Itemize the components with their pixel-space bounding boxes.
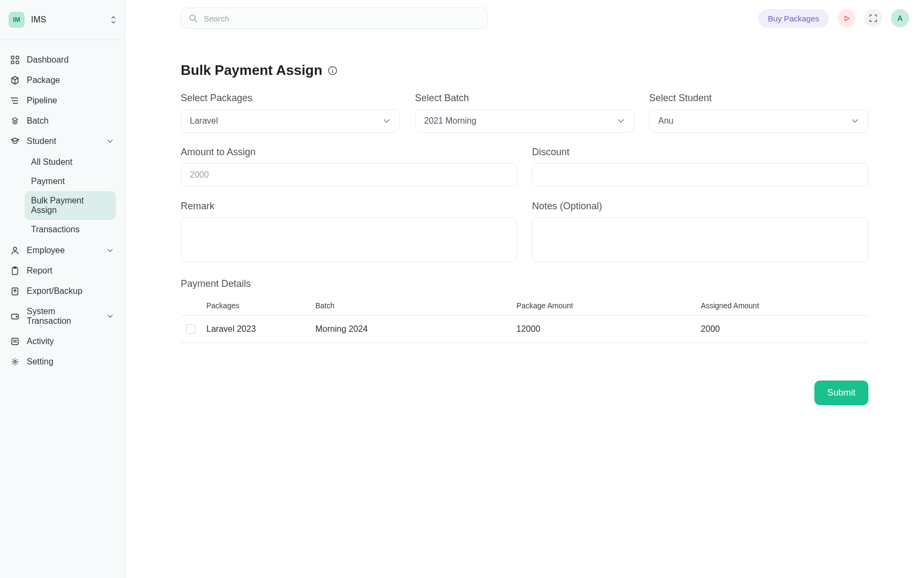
page-title-text: Bulk Payment Assign	[181, 62, 322, 79]
gear-icon	[11, 358, 19, 366]
svg-rect-3	[16, 61, 19, 64]
main: Buy Packages A Bulk Payment Assign	[125, 0, 924, 578]
notes-field[interactable]	[532, 217, 868, 262]
select-batch[interactable]: 2021 Morning	[415, 109, 634, 133]
student-icon	[11, 137, 19, 146]
sidebar-item-report[interactable]: Report	[5, 261, 119, 281]
sidebar-item-student[interactable]: Student	[5, 131, 119, 151]
label-select-batch: Select Batch	[415, 93, 634, 104]
svg-point-10	[13, 247, 17, 250]
search-icon	[189, 14, 197, 22]
info-icon[interactable]	[328, 66, 337, 75]
topbar: Buy Packages A	[125, 0, 924, 36]
cell-packages: Laravel 2023	[206, 324, 315, 334]
sidebar-item-label: System Transaction	[27, 307, 99, 326]
sidebar-item-package[interactable]: Package	[5, 70, 119, 90]
sidebar-item-employee[interactable]: Employee	[5, 240, 119, 261]
sidebar-item-label: Setting	[27, 357, 53, 367]
org-switcher[interactable]: IM IMS	[0, 0, 125, 40]
sidebar-item-label: Student	[27, 136, 56, 146]
chevron-down-icon	[106, 313, 114, 320]
col-packages: Packages	[206, 301, 315, 310]
select-packages-value: Laravel	[190, 116, 218, 126]
amount-to-assign-input[interactable]	[181, 164, 517, 186]
select-batch-value: 2021 Morning	[424, 116, 476, 126]
search-input[interactable]	[203, 13, 480, 24]
svg-point-15	[16, 316, 17, 317]
label-select-student: Select Student	[649, 93, 868, 104]
remark-input[interactable]	[181, 218, 517, 262]
sidebar: IM IMS Dashboard Package	[0, 0, 125, 578]
chevron-down-icon	[851, 117, 859, 125]
svg-point-19	[14, 361, 16, 363]
payment-details-heading: Payment Details	[181, 278, 868, 290]
table-row: Laravel 2023 Morning 2024 12000 2000	[181, 316, 868, 343]
row-checkbox[interactable]	[186, 324, 196, 334]
remark-field[interactable]	[181, 217, 517, 262]
cell-batch: Morning 2024	[315, 324, 517, 334]
label-discount: Discount	[532, 147, 868, 158]
col-batch: Batch	[315, 301, 517, 310]
select-packages[interactable]: Laravel	[181, 109, 400, 133]
svg-point-8	[12, 101, 13, 101]
sidebar-item-dashboard[interactable]: Dashboard	[5, 50, 119, 70]
subnav-bulk-payment-assign[interactable]: Bulk Payment Assign	[25, 191, 116, 220]
cell-assigned-amount: 2000	[701, 324, 868, 334]
sidebar-item-export-backup[interactable]: Export/Backup	[5, 281, 119, 301]
notes-input[interactable]	[533, 218, 868, 262]
sidebar-item-label: Report	[27, 266, 52, 276]
discount-field[interactable]	[532, 163, 868, 187]
org-logo: IM	[9, 12, 25, 28]
play-button[interactable]	[837, 9, 856, 27]
svg-rect-1	[16, 56, 19, 59]
sidebar-item-label: Dashboard	[27, 55, 68, 65]
student-subnav: All Student Payment Bulk Payment Assign …	[5, 151, 119, 240]
expand-icon	[869, 14, 877, 22]
payment-details-table: Packages Batch Package Amount Assigned A…	[181, 296, 868, 343]
subnav-payment[interactable]: Payment	[25, 172, 116, 191]
svg-marker-22	[845, 16, 849, 21]
clipboard-icon	[11, 267, 19, 275]
chevron-down-icon	[106, 138, 114, 145]
svg-point-7	[11, 98, 12, 98]
submit-button[interactable]: Submit	[814, 381, 868, 405]
page-content: Bulk Payment Assign Select Packages Lara…	[125, 36, 924, 427]
grid-icon	[11, 56, 19, 64]
amount-to-assign-field[interactable]	[181, 163, 517, 187]
fullscreen-button[interactable]	[864, 9, 882, 27]
select-student-value: Anu	[658, 116, 673, 126]
list-icon	[11, 337, 19, 346]
svg-rect-11	[12, 268, 18, 275]
sidebar-item-label: Package	[27, 75, 60, 85]
svg-rect-0	[11, 56, 14, 59]
label-amount-to-assign: Amount to Assign	[181, 147, 517, 158]
chevron-down-icon	[617, 117, 625, 125]
subnav-all-student[interactable]: All Student	[25, 153, 116, 172]
sidebar-item-activity[interactable]: Activity	[5, 331, 119, 352]
label-remark: Remark	[181, 201, 517, 212]
discount-input[interactable]	[533, 164, 868, 186]
buy-packages-button[interactable]: Buy Packages	[758, 9, 829, 28]
org-name: IMS	[31, 15, 46, 25]
sidebar-item-system-transaction[interactable]: System Transaction	[5, 301, 119, 331]
sidebar-item-pipeline[interactable]: Pipeline	[5, 90, 119, 111]
label-notes: Notes (Optional)	[532, 201, 868, 212]
svg-point-9	[13, 103, 14, 104]
pipeline-icon	[11, 96, 19, 105]
batch-icon	[11, 117, 19, 125]
search-box[interactable]	[181, 7, 488, 29]
sidebar-item-setting[interactable]: Setting	[5, 352, 119, 372]
user-avatar[interactable]: A	[891, 9, 909, 27]
sidebar-item-label: Activity	[27, 337, 54, 346]
chevron-down-icon	[106, 247, 114, 254]
label-select-packages: Select Packages	[181, 93, 400, 104]
form: Select Packages Laravel Select Batch 202…	[181, 93, 868, 262]
switcher-icon[interactable]	[110, 16, 117, 24]
subnav-transactions[interactable]: Transactions	[25, 220, 116, 239]
export-icon	[11, 287, 19, 295]
svg-point-25	[332, 68, 333, 69]
select-student[interactable]: Anu	[649, 109, 868, 133]
col-assigned-amount: Assigned Amount	[701, 301, 868, 310]
form-actions: Submit	[181, 381, 868, 405]
sidebar-item-batch[interactable]: Batch	[5, 111, 119, 131]
